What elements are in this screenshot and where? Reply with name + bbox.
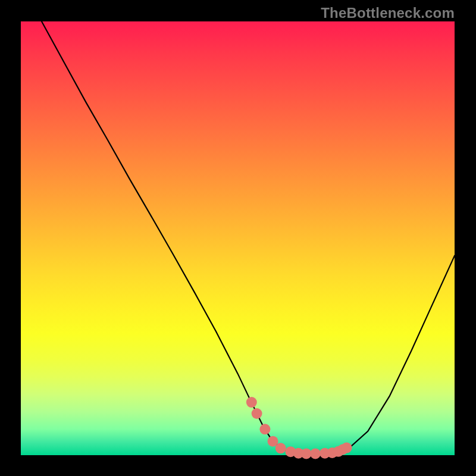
watermark-text: TheBottleneck.com <box>321 5 455 21</box>
marker-dot <box>252 408 262 419</box>
marker-dot <box>246 397 257 408</box>
bottleneck-curve <box>42 21 455 454</box>
marker-dot <box>275 443 286 453</box>
chart-frame: TheBottleneck.com <box>0 0 476 476</box>
marker-dot <box>259 424 270 434</box>
chart-svg <box>0 0 476 476</box>
marker-dot <box>342 443 352 453</box>
marker-dot <box>310 448 321 459</box>
curve-group <box>42 21 455 454</box>
highlight-markers <box>246 397 352 459</box>
